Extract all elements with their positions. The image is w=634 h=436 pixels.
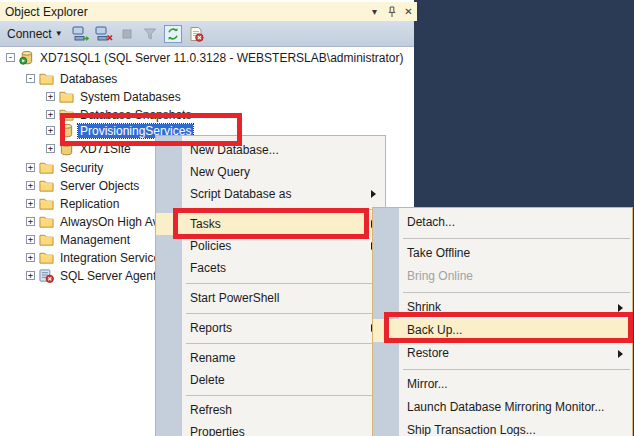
menu-separator (186, 313, 383, 314)
expander-icon[interactable]: + (26, 235, 35, 244)
annotation-rectangle-back-up (384, 312, 633, 343)
menu-item-delete[interactable]: Delete (156, 369, 385, 391)
tree-item-label: Integration Services (58, 251, 168, 265)
menu-item-ship-transaction-logs[interactable]: Ship Transaction Logs... (373, 419, 632, 436)
menu-separator (403, 238, 630, 239)
window-menu-icon[interactable]: ▾ (366, 4, 383, 19)
expander-icon[interactable]: + (26, 217, 35, 226)
menu-item-properties[interactable]: Properties (156, 421, 385, 436)
tree-item-label: Security (58, 161, 105, 175)
expander-icon[interactable]: + (26, 271, 35, 280)
menu-item-refresh[interactable]: Refresh (156, 399, 385, 421)
submenu-arrow-icon (618, 350, 623, 358)
tree-item-label: Management (58, 233, 132, 247)
menu-item-mirror[interactable]: Mirror... (373, 373, 632, 396)
tree-item-replication[interactable]: + Replication (26, 195, 121, 212)
expander-icon[interactable]: + (46, 126, 55, 135)
expander-icon[interactable]: + (26, 253, 35, 262)
menu-item-facets[interactable]: Facets (156, 257, 385, 279)
tree-item-sql-server-agent[interactable]: + SQL Server Agent (26, 267, 158, 284)
sql-agent-icon (39, 268, 54, 283)
expander-icon[interactable]: - (26, 74, 35, 83)
menu-item-reports[interactable]: Reports (156, 317, 385, 339)
folder-icon (59, 89, 74, 104)
tree-item-label: Server Objects (58, 179, 141, 193)
menu-item-bring-online: Bring Online (373, 265, 632, 288)
expander-icon[interactable]: + (46, 92, 55, 101)
pin-icon[interactable] (383, 4, 400, 19)
folder-icon (39, 214, 54, 229)
folder-icon (39, 232, 54, 247)
refresh-icon[interactable] (164, 25, 183, 43)
tree-item-server-objects[interactable]: + Server Objects (26, 177, 141, 194)
expander-icon[interactable]: - (6, 53, 15, 62)
tree-item-system-databases[interactable]: + System Databases (46, 88, 183, 105)
menu-item-take-offline[interactable]: Take Offline (373, 242, 632, 265)
submenu-arrow-icon (371, 190, 376, 198)
tree-item-label: Databases (58, 72, 119, 86)
tree-item-server[interactable]: - XD71SQL1 (SQL Server 11.0.3128 - WEBST… (6, 49, 405, 66)
menu-item-restore[interactable]: Restore (373, 342, 632, 365)
tree-item-security[interactable]: + Security (26, 159, 105, 176)
expander-icon[interactable]: + (26, 163, 35, 172)
tree-item-integration-services[interactable]: + Integration Services (26, 249, 168, 266)
object-explorer-toolbar: Connect ▼ (0, 21, 414, 47)
database-context-menu: New Database... New Query Script Databas… (155, 135, 386, 436)
menu-separator (186, 343, 383, 344)
menu-item-new-query[interactable]: New Query (156, 161, 385, 183)
disconnect-server-icon[interactable] (95, 25, 114, 43)
menu-item-script-database-as[interactable]: Script Database as (156, 183, 385, 205)
server-database-icon (19, 50, 34, 65)
tree-item-label: SQL Server Agent (58, 269, 158, 283)
tree-item-databases[interactable]: - Databases (26, 70, 119, 87)
menu-item-start-powershell[interactable]: Start PowerShell (156, 287, 385, 309)
folder-icon (39, 178, 54, 193)
folder-icon (39, 160, 54, 175)
annotation-rectangle-tasks (173, 208, 369, 239)
folder-icon (39, 71, 54, 86)
expander-icon[interactable]: + (46, 144, 55, 153)
stop-icon (118, 25, 137, 43)
tree-item-label: Replication (58, 197, 121, 211)
panel-titlebar: Object Explorer ▾ ✕ (0, 2, 417, 21)
close-icon[interactable]: ✕ (400, 4, 417, 19)
connect-server-icon[interactable] (72, 25, 91, 43)
tree-item-label: XD71SQL1 (SQL Server 11.0.3128 - WEBSTER… (38, 51, 405, 65)
filter-icon (141, 25, 160, 43)
expander-icon[interactable]: + (26, 181, 35, 190)
expander-icon[interactable]: + (46, 110, 55, 119)
submenu-arrow-icon (618, 304, 623, 312)
panel-title: Object Explorer (5, 5, 88, 19)
annotation-rectangle-provisioningservices (60, 113, 242, 146)
tree-item-label: System Databases (78, 90, 183, 104)
folder-icon (39, 196, 54, 211)
folder-icon (39, 250, 54, 265)
menu-item-launch-mirroring-monitor[interactable]: Launch Database Mirroring Monitor... (373, 396, 632, 419)
tree-item-management[interactable]: + Management (26, 231, 132, 248)
menu-item-detach[interactable]: Detach... (373, 211, 632, 234)
script-error-icon[interactable] (187, 25, 206, 43)
expander-icon[interactable]: + (26, 199, 35, 208)
connect-button[interactable]: Connect (7, 27, 52, 41)
menu-separator (403, 369, 630, 370)
menu-separator (403, 292, 630, 293)
menu-item-rename[interactable]: Rename (156, 347, 385, 369)
menu-separator (186, 395, 383, 396)
connect-dropdown-arrow-icon[interactable]: ▼ (55, 29, 63, 38)
menu-separator (186, 283, 383, 284)
